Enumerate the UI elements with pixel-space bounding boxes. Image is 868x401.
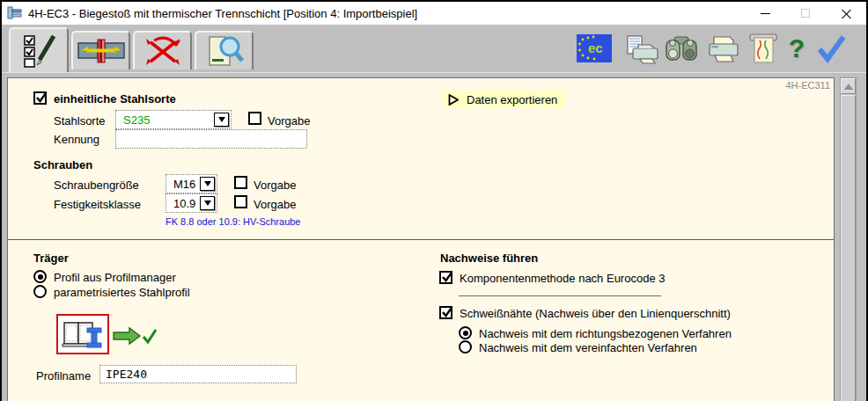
chevron-down-icon [218,117,225,122]
toolbar: ec [2,25,866,72]
chevron-up-icon [844,84,853,90]
minimize-button[interactable] [745,2,785,25]
svg-text:ec: ec [588,40,603,55]
vertical-scrollbar[interactable] [840,77,857,401]
schrauben-header: Schrauben [33,158,92,171]
steel-header: einheitliche Stahlsorte [54,92,176,106]
schraubengroesse-dropdown[interactable]: M16 [166,174,217,193]
check-icon [34,91,48,105]
search-button[interactable] [664,32,699,65]
profilmanager-button[interactable] [56,314,109,354]
schraubengroesse-label: Schraubengröße [54,179,139,192]
export-arrow-icon [448,94,459,106]
minimize-icon [761,13,770,14]
beam-splice-icon [77,37,125,65]
window-title: 4H-EC3 - Biegestoß mit thermischer Trenn… [28,7,417,20]
nachweise-header: Nachweise führen [440,252,538,265]
scroll-up-button[interactable] [841,78,856,94]
help-button[interactable]: ? [783,32,810,65]
checkbox-schweissnaehte[interactable] [439,306,452,319]
checkbox-vorgabe-stahlsorte[interactable] [248,112,261,125]
confirm-check-icon [814,33,848,63]
radio-parametrisiert-label: parametrisiertes Stahlprofil [54,286,190,299]
schweissnaehte-label: Schweißnähte (Nachweis über den Linienqu… [460,307,731,320]
festigkeitsklasse-label: Festigkeitsklasse [54,198,141,211]
confirm-button[interactable] [813,32,849,65]
profile-book-icon [61,317,105,351]
plot-notes-icon [747,33,780,64]
eurocode-icon: ec [577,34,612,62]
vorgabe-label: Vorgabe [268,114,310,128]
maximize-icon [801,9,810,18]
fk-hint: FK 8.8 oder 10.9: HV-Schraube [166,216,300,227]
checkbox-komponentenmethode[interactable] [439,271,452,284]
module-code: 4H-EC311 [785,80,830,91]
work-area: 4H-EC311 einheitliche Stahlsorte Stahlso… [2,72,866,401]
radio-vereinfacht-label: Nachweis mit dem vereinfachten Verfahren [479,341,697,354]
document-magnifier-icon [204,34,245,68]
checklist-pen-icon [20,33,57,69]
tab-connection-geometry[interactable] [71,31,130,69]
check-icon [440,305,454,319]
eurocode-button[interactable]: ec [577,32,612,65]
radio-richtungsbezogen[interactable] [459,326,472,339]
checkbox-vorgabe-groesse[interactable] [234,176,247,189]
maximize-button[interactable] [785,2,826,25]
title-bar: 4H-EC3 - Biegestoß mit thermischer Trenn… [2,2,866,25]
stahlsorte-label: Stahlsorte [54,114,106,128]
daten-exportieren-button[interactable]: Daten exportieren [444,91,565,108]
app-icon [7,6,23,20]
section-divider [8,239,834,240]
close-button[interactable] [826,2,866,25]
kennung-input[interactable] [115,129,307,149]
dropdown-button[interactable] [200,177,215,191]
print-preview-button[interactable] [625,32,660,65]
komponentenmethode-label: Komponentenmethode nach Eurocode 3 [460,272,665,285]
stahlsorte-value: S235 [123,113,150,127]
schraubengroesse-value: M16 [173,178,195,191]
chevron-down-icon [204,200,211,206]
printer-document-icon [626,33,659,64]
form-panel: 4H-EC311 einheitliche Stahlsorte Stahlso… [7,77,835,401]
vorgabe-label: Vorgabe [254,179,296,192]
tab-print-preview[interactable] [195,31,254,69]
kennung-label: Kennung [54,133,99,146]
apply-arrow-check-icon [112,325,158,346]
profilname-label: Profilname [36,369,91,383]
festigkeitsklasse-value: 10.9 [173,197,195,210]
binoculars-icon [664,33,699,63]
radio-parametrisiert[interactable] [33,285,47,298]
festigkeitsklasse-dropdown[interactable]: 10.9 [166,193,217,213]
radio-profilmanager-label: Profil aus Profilmanager [54,271,176,284]
sub-divider [459,295,661,296]
scrollbar-thumb[interactable] [841,95,856,401]
check-icon [440,270,454,284]
app-window: 4H-EC3 - Biegestoß mit thermischer Trenn… [0,0,868,401]
dropdown-button[interactable] [200,196,215,210]
close-icon [842,9,851,18]
traeger-header: Träger [33,252,69,265]
vorgabe-label: Vorgabe [254,198,296,211]
chevron-down-icon [204,181,211,186]
stahlsorte-dropdown[interactable]: S235 [115,110,232,129]
dropdown-button[interactable] [214,113,229,127]
tab-input-checklist[interactable] [9,27,69,72]
checkbox-vorgabe-festigkeit[interactable] [234,195,247,208]
radio-richtungsbezogen-label: Nachweis mit dem richtungsbezogenen Verf… [479,327,732,340]
daten-exportieren-label: Daten exportieren [467,93,557,106]
printer-icon [707,33,740,63]
radio-profilmanager[interactable] [33,270,47,283]
crossed-arrows-icon [142,35,184,67]
print-button[interactable] [706,32,741,65]
tab-loads[interactable] [133,31,192,69]
profilname-input[interactable] [99,365,297,383]
checkbox-einheitliche-stahlsorte[interactable] [33,91,47,105]
radio-vereinfacht[interactable] [459,340,472,354]
plot-notes-button[interactable] [746,32,781,65]
help-icon: ? [789,33,805,63]
